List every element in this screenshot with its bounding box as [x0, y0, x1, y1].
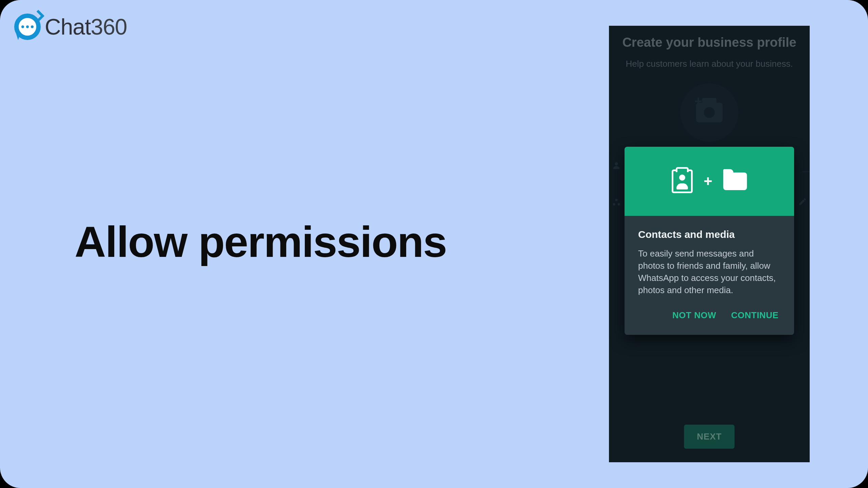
- not-now-button[interactable]: NOT NOW: [672, 310, 716, 321]
- dialog-title: Contacts and media: [638, 229, 781, 240]
- brand-logo: Chat360: [14, 14, 127, 40]
- dialog-header: +: [625, 147, 794, 216]
- contacts-icon: [672, 169, 693, 193]
- folder-icon: [723, 172, 747, 190]
- svg-point-0: [615, 162, 618, 165]
- plus-icon: +: [704, 173, 712, 190]
- svg-point-3: [618, 203, 620, 205]
- profile-subtitle: Help customers learn about your business…: [609, 59, 810, 69]
- svg-point-2: [613, 203, 615, 205]
- slide: Chat360 Allow permissions Create your bu…: [0, 0, 868, 488]
- brand-word-b: 360: [91, 14, 127, 39]
- next-button[interactable]: NEXT: [684, 425, 734, 449]
- profile-title: Create your business profile: [609, 26, 810, 50]
- chat-bubble-icon: [14, 14, 41, 40]
- slide-heading: Allow permissions: [75, 217, 447, 267]
- camera-icon: [696, 103, 723, 122]
- brand-word-a: Chat: [45, 14, 91, 39]
- brand-text: Chat360: [45, 14, 127, 40]
- background-screen: Create your business profile Help custom…: [609, 26, 810, 142]
- dialog-body-text: To easily send messages and photos to fr…: [638, 248, 777, 297]
- edit-icon: [798, 197, 807, 208]
- person-icon: [612, 161, 621, 172]
- svg-point-1: [615, 199, 618, 201]
- permission-dialog: + Contacts and media To easily send mess…: [625, 147, 794, 335]
- category-icon: [612, 198, 621, 209]
- phone-screenshot: Create your business profile Help custom…: [609, 26, 810, 462]
- continue-button[interactable]: CONTINUE: [731, 310, 778, 321]
- add-photo-button[interactable]: +: [680, 83, 738, 142]
